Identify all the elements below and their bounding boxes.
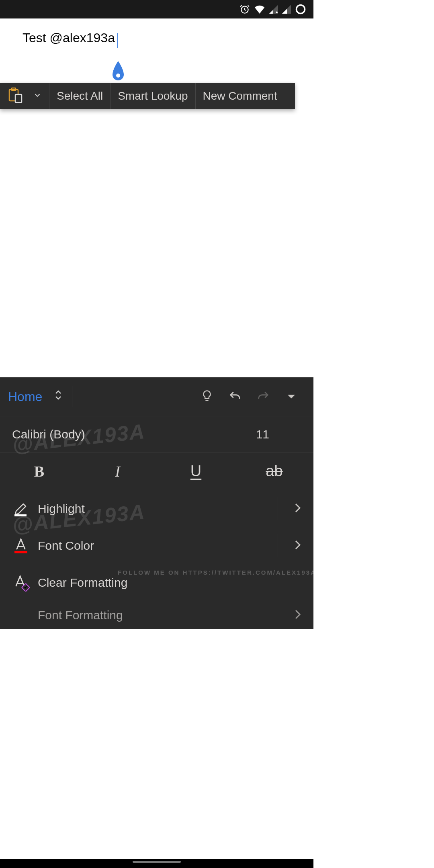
svg-rect-8 xyxy=(14,551,27,553)
context-menu: Select All Smart Lookup New Comment xyxy=(0,83,295,109)
text-style-row: B I U ab xyxy=(0,452,313,490)
clear-formatting-row[interactable]: Clear Formatting xyxy=(0,564,313,601)
bold-label: B xyxy=(34,463,44,480)
font-formatting-row[interactable]: Font Formatting xyxy=(0,601,313,627)
collapse-ribbon-button[interactable] xyxy=(277,393,305,400)
document-text: Test @alex193a xyxy=(23,31,115,45)
select-all-label: Select All xyxy=(57,90,103,102)
wifi-icon xyxy=(254,5,265,14)
ribbon-tab-label: Home xyxy=(8,389,42,404)
ring-icon xyxy=(295,4,306,15)
chevron-down-icon xyxy=(33,91,42,101)
bold-button[interactable]: B xyxy=(0,452,78,490)
italic-label: I xyxy=(115,463,120,480)
ribbon-panel: Home Calibri (Body) 11 B I U ab xyxy=(0,377,313,627)
italic-button[interactable]: I xyxy=(78,452,157,490)
undo-button[interactable] xyxy=(221,390,249,403)
underline-label: U xyxy=(190,463,201,480)
highlight-icon xyxy=(12,500,38,518)
new-comment-label: New Comment xyxy=(203,90,277,102)
divider xyxy=(72,386,72,407)
clear-formatting-icon xyxy=(12,574,38,592)
svg-point-3 xyxy=(116,74,120,78)
cell-signal-2-icon xyxy=(282,5,291,14)
select-all-button[interactable]: Select All xyxy=(49,83,111,109)
font-color-label: Font Color xyxy=(38,539,94,553)
font-name-selector[interactable]: Calibri (Body) xyxy=(12,428,85,441)
ribbon-tab-selector[interactable]: Home xyxy=(8,389,62,405)
document-editor[interactable]: Test @alex193a xyxy=(0,18,313,83)
cell-signal-1-icon xyxy=(269,5,278,14)
svg-rect-7 xyxy=(14,514,27,516)
document-canvas-blank[interactable] xyxy=(0,109,313,378)
paste-menu[interactable] xyxy=(0,83,49,109)
alarm-icon xyxy=(240,4,250,14)
svg-point-2 xyxy=(297,5,305,14)
sort-icon xyxy=(54,389,62,405)
highlight-row[interactable]: Highlight xyxy=(0,490,313,527)
font-row: Calibri (Body) 11 xyxy=(0,416,313,452)
strike-label: ab xyxy=(266,463,283,480)
font-formatting-label: Font Formatting xyxy=(38,608,123,622)
chevron-right-icon xyxy=(293,502,301,515)
new-comment-button[interactable]: New Comment xyxy=(196,83,285,109)
smart-lookup-button[interactable]: Smart Lookup xyxy=(111,83,195,109)
status-bar xyxy=(0,0,313,18)
cursor-handle-icon[interactable] xyxy=(111,61,125,84)
chevron-right-icon xyxy=(293,609,301,622)
svg-point-1 xyxy=(276,12,278,13)
smart-lookup-label: Smart Lookup xyxy=(118,90,188,102)
font-color-row[interactable]: Font Color xyxy=(0,527,313,564)
svg-rect-6 xyxy=(15,94,22,102)
text-cursor xyxy=(117,33,118,48)
clear-formatting-label: Clear Formatting xyxy=(38,576,127,590)
highlight-label: Highlight xyxy=(38,502,85,516)
tell-me-button[interactable] xyxy=(193,390,221,403)
redo-button xyxy=(249,390,277,403)
underline-button[interactable]: U xyxy=(157,452,235,490)
font-size-selector[interactable]: 11 xyxy=(256,428,269,441)
font-color-icon xyxy=(12,537,38,555)
chevron-right-icon xyxy=(293,539,301,552)
strikethrough-button[interactable]: ab xyxy=(235,452,313,490)
ribbon-header: Home xyxy=(0,377,313,416)
clipboard-icon xyxy=(7,87,23,105)
